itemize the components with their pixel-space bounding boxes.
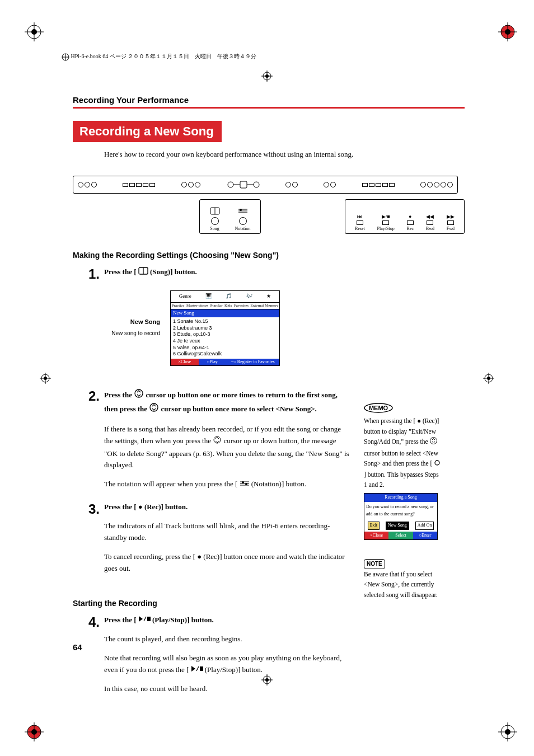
rec-icon-memo: ●	[417, 417, 421, 424]
dialog-new: New Song	[386, 522, 409, 530]
dialog-enter: ○Enter	[413, 532, 437, 540]
svg-point-50	[214, 436, 221, 443]
svg-point-45	[240, 209, 242, 211]
dialog-add: Add On	[415, 522, 434, 530]
svg-point-55	[245, 483, 247, 485]
crop-mark-cr	[483, 373, 494, 384]
sub-left-notation: Notation	[235, 226, 251, 231]
note-block: NOTE Be aware that if you select <New So…	[364, 558, 442, 600]
s3p2a: To cancel recording, press the [	[104, 552, 197, 561]
step-4-num: 4.	[73, 614, 104, 702]
s2p2b: (Notation)] button.	[251, 480, 306, 488]
t-fwd: Fwd	[447, 226, 455, 231]
new-song-highlight: New Song	[171, 309, 279, 317]
cursor-icon-3	[213, 435, 222, 448]
main-heading: Recording a New Song	[73, 121, 222, 142]
svg-point-19	[265, 74, 269, 78]
t-rec: Rec	[407, 226, 414, 231]
page-number: 64	[73, 642, 82, 652]
s2c: cursor up button once more to select <Ne…	[161, 405, 317, 413]
step-1: 1. Press the [ (Song)] button. New Song …	[73, 266, 465, 366]
crop-mark-tl	[25, 22, 36, 34]
step-2-num: 2.	[73, 388, 104, 497]
crop-mark-br	[498, 722, 509, 734]
playstop-icon	[138, 614, 151, 626]
panel-sub-left: Song Notation	[199, 199, 261, 234]
svg-point-35	[228, 182, 233, 187]
panel-sub-right: ⏮Reset ▶/■Play/Stop ●Rec ◀◀Bwd ▶▶Fwd	[345, 199, 465, 234]
intro-text: Here's how to record your own keyboard p…	[104, 150, 465, 159]
memo-label: MEMO	[364, 403, 442, 416]
svg-line-60	[196, 666, 199, 671]
genre-tab: Genre	[179, 293, 191, 300]
playstop-icon-2	[191, 664, 203, 676]
step-4: 4. Press the [ (Play/Stop)] button. The …	[73, 614, 465, 702]
sub-left-song: Song	[210, 226, 219, 231]
svg-rect-61	[200, 666, 203, 671]
step1-a: Press the [	[104, 267, 138, 276]
dialog-exit: Exit	[368, 522, 380, 530]
svg-point-39	[254, 182, 259, 187]
section-title: Recording Your Performance	[73, 95, 465, 105]
s4p3: In this case, no count will be heard.	[104, 683, 350, 695]
cursor-icon	[134, 388, 144, 402]
s2p2a: The notation will appear when you press …	[104, 480, 240, 488]
foot-reg: +○ Register to Favorites	[226, 359, 279, 365]
s4a: Press the [	[104, 616, 138, 624]
svg-rect-58	[147, 617, 151, 621]
annotation-new-song: New Song New song to record	[104, 317, 160, 339]
t-bwd: Bwd	[426, 226, 434, 231]
svg-point-31	[487, 377, 490, 380]
foot-close: ×Close	[171, 359, 199, 365]
subheading-1: Making the Recording Settings (Choosing …	[73, 251, 465, 260]
s3a: Press the [	[104, 503, 138, 511]
dialog-select: Select	[388, 532, 413, 540]
rec-icon: ●	[138, 501, 143, 513]
svg-point-65	[435, 461, 439, 465]
t-playstop: Play/Stop	[377, 226, 395, 231]
svg-line-57	[144, 617, 146, 621]
step-1-num: 1.	[73, 266, 104, 366]
t-reset: Reset	[355, 226, 365, 231]
crop-mark-cl	[40, 373, 51, 384]
song-icon	[138, 267, 148, 279]
header-text: HPi-6-e.book 64 ページ ２００５年１１月１５日 火曜日 午後３時…	[71, 53, 257, 59]
annot-sub: New song to record	[111, 330, 160, 336]
dialog-close: ×Close	[364, 532, 388, 540]
note-label: NOTE	[364, 559, 385, 569]
s3b: (Rec)] button.	[144, 503, 188, 511]
subheading-2: Starting the Recording	[73, 599, 465, 608]
dialog-body: Do you want to record a new song, or add…	[364, 502, 437, 520]
svg-point-27	[44, 377, 47, 380]
step-3-num: 3.	[73, 501, 104, 582]
panel-overview	[73, 176, 458, 194]
cursor-icon-2	[149, 402, 159, 416]
o-button-icon	[434, 459, 441, 469]
rec-icon-2: ●	[197, 551, 202, 563]
crop-mark-bl	[25, 722, 36, 734]
s2a: Press the	[104, 391, 134, 399]
svg-marker-56	[139, 616, 143, 622]
song-list: 1 Sonate No.15 2 Liebestraume 3 3 Etude,…	[171, 317, 279, 359]
crop-mark-ct	[261, 71, 273, 82]
song-select-screenshot: Genre 🎹🎵🎶★ Practice Master-pieces Popula…	[170, 290, 280, 366]
page-header-line: HPi-6-e.book 64 ページ ２００５年１１月１５日 火曜日 午後３時…	[62, 53, 256, 61]
notation-icon	[240, 479, 250, 491]
s4b: (Play/Stop)] button.	[152, 616, 214, 624]
svg-text:MEMO: MEMO	[369, 405, 388, 411]
svg-marker-59	[191, 666, 195, 672]
foot-play: ○Play	[199, 359, 227, 365]
s3p1: The indicators of all Track buttons will…	[104, 520, 350, 544]
crop-mark-tr	[498, 22, 509, 34]
memo-block: MEMO When pressing the [ ● (Rec)] button…	[364, 403, 442, 540]
note-text: Be aware that if you select <New Song>, …	[364, 569, 442, 600]
step1-b: (Song)] button.	[150, 267, 197, 276]
s4p2b: (Play/Stop)] button.	[205, 665, 263, 674]
svg-point-54	[242, 481, 244, 483]
dialog-screenshot: Recording a Song Do you want to record a…	[364, 493, 438, 540]
cursor-icon-memo	[429, 436, 438, 448]
svg-rect-37	[240, 181, 247, 188]
section-rule	[73, 107, 465, 109]
s4p1: The count is played, and then recording …	[104, 633, 350, 645]
annot-bold: New Song	[104, 317, 160, 327]
